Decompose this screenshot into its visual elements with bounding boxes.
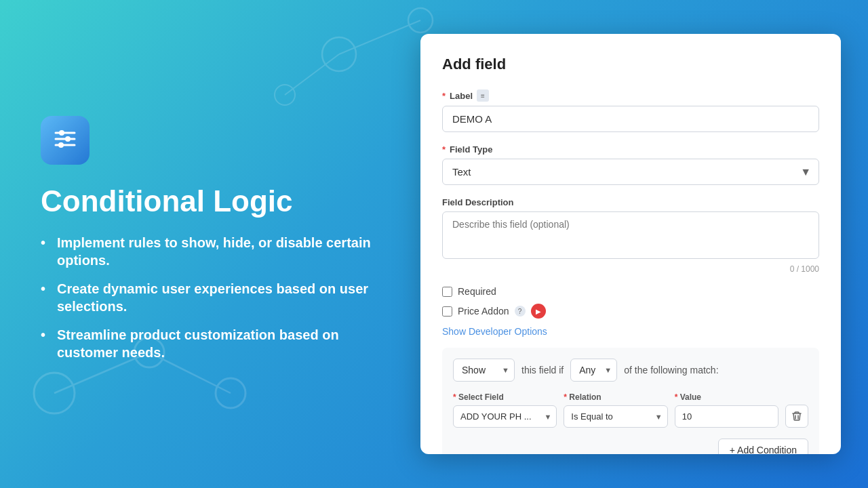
- price-addon-label[interactable]: Price Addon: [458, 306, 509, 317]
- svg-point-15: [58, 142, 64, 148]
- svg-point-5: [322, 37, 356, 71]
- required-checkbox-row: Required: [442, 286, 819, 297]
- required-star: *: [442, 91, 446, 101]
- select-field-select[interactable]: ADD YOUR PH ...: [453, 405, 557, 428]
- any-select-wrapper: AnyAll ▼: [570, 359, 617, 382]
- this-field-if-text: this field if: [521, 365, 564, 375]
- add-condition-button[interactable]: + Add Condition: [718, 439, 808, 454]
- price-addon-checkbox[interactable]: [442, 306, 452, 317]
- label-group: * Label ≡: [442, 89, 819, 132]
- field-type-group: * Field Type TextNumberDropdownCheckboxR…: [442, 144, 819, 185]
- required-checkbox[interactable]: [442, 287, 452, 297]
- value-input[interactable]: [675, 405, 778, 428]
- show-select-wrapper: ShowHideDisable ▼: [453, 359, 515, 382]
- condition-fields-row: * Select Field ADD YOUR PH ... ▼ * Relat…: [453, 392, 808, 428]
- relation-select[interactable]: Is Equal toIs Not Equal toContainsDoes N…: [564, 405, 667, 428]
- value-label: * Value: [675, 392, 778, 402]
- svg-point-13: [65, 136, 71, 142]
- trash-icon: [791, 411, 802, 422]
- left-panel: Conditional Logic Implement rules to sho…: [27, 102, 407, 386]
- relation-label: * Relation: [564, 392, 667, 402]
- required-star-type: *: [442, 144, 446, 155]
- field-type-text: Field Type: [450, 144, 492, 155]
- label-field-label: * Label ≡: [442, 89, 819, 102]
- card-title: Add field: [442, 56, 819, 73]
- field-description-group: Field Description 0 / 1000: [442, 197, 819, 274]
- field-type-select[interactable]: TextNumberDropdownCheckboxRadio: [442, 159, 819, 185]
- conditional-logic-section: ShowHideDisable ▼ this field if AnyAll ▼…: [442, 348, 819, 454]
- field-description-label: Field Description: [442, 197, 819, 207]
- relation-select-wrapper: Is Equal toIs Not Equal toContainsDoes N…: [564, 405, 667, 428]
- value-group: * Value: [675, 392, 778, 428]
- field-description-textarea[interactable]: [442, 211, 819, 259]
- char-count: 0 / 1000: [442, 264, 819, 274]
- price-addon-info-icon[interactable]: ?: [515, 306, 526, 317]
- select-field-group: * Select Field ADD YOUR PH ... ▼: [453, 392, 557, 428]
- field-description-text: Field Description: [442, 197, 513, 207]
- logo-icon: [50, 124, 80, 157]
- field-type-label: * Field Type: [442, 144, 819, 155]
- svg-line-9: [285, 54, 339, 95]
- delete-condition-button[interactable]: [785, 405, 808, 428]
- svg-point-11: [59, 130, 64, 136]
- delete-btn-wrapper: [785, 405, 808, 428]
- developer-options-link[interactable]: Show Developer Options: [442, 326, 547, 337]
- bullet-item-3: Streamline product customization based o…: [41, 326, 393, 361]
- show-select[interactable]: ShowHideDisable: [453, 359, 515, 382]
- relation-group: * Relation Is Equal toIs Not Equal toCon…: [564, 392, 667, 428]
- bullet-item-1: Implement rules to show, hide, or disabl…: [41, 234, 393, 269]
- svg-point-6: [408, 8, 433, 33]
- condition-top-row: ShowHideDisable ▼ this field if AnyAll ▼…: [453, 359, 808, 382]
- following-match-text: of the following match:: [624, 365, 718, 375]
- bullet-list: Implement rules to show, hide, or disabl…: [41, 234, 393, 361]
- logo-box: [41, 116, 90, 165]
- label-icon: ≡: [477, 89, 489, 102]
- price-addon-play-button[interactable]: ▶: [531, 304, 546, 319]
- field-type-select-wrapper: TextNumberDropdownCheckboxRadio ▼: [442, 159, 819, 185]
- label-input[interactable]: [442, 106, 819, 132]
- add-condition-row: + Add Condition: [453, 439, 808, 454]
- select-field-label: * Select Field: [453, 392, 557, 402]
- required-checkbox-label[interactable]: Required: [458, 286, 496, 297]
- select-field-select-wrapper: ADD YOUR PH ... ▼: [453, 405, 557, 428]
- price-addon-row: Price Addon ? ▶: [442, 304, 819, 319]
- main-title: Conditional Logic: [41, 185, 393, 218]
- label-text: Label: [450, 91, 473, 101]
- bullet-item-2: Create dynamic user experiences based on…: [41, 280, 393, 315]
- svg-line-7: [339, 20, 420, 54]
- form-card: Add field * Label ≡ * Field Type TextNum…: [420, 34, 841, 454]
- any-select[interactable]: AnyAll: [570, 359, 617, 382]
